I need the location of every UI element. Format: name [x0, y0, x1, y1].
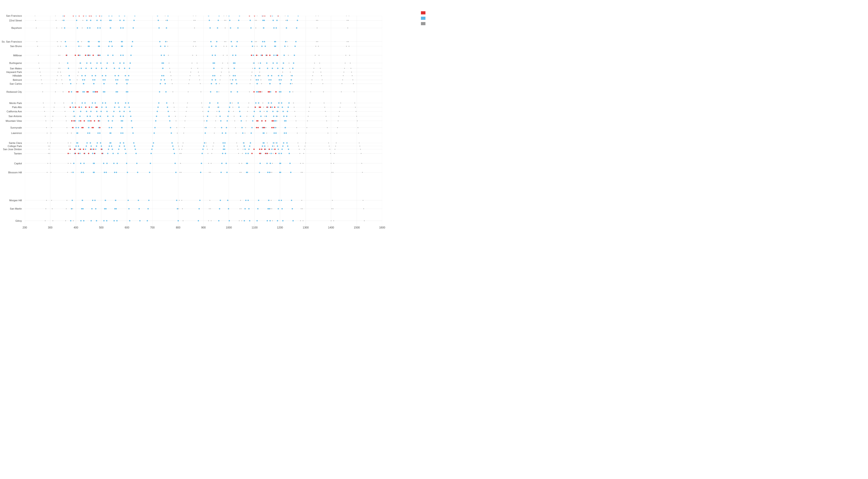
svg-point-84 [52, 121, 53, 121]
svg-point-484 [334, 153, 335, 154]
svg-point-608 [87, 115, 88, 117]
y-label-menlo-park: Menlo Park [9, 102, 22, 104]
svg-point-1135 [274, 127, 276, 128]
svg-point-569 [73, 163, 74, 164]
svg-point-64 [47, 142, 48, 143]
svg-point-753 [119, 68, 120, 69]
svg-point-788 [129, 220, 130, 221]
svg-point-179 [177, 133, 178, 134]
svg-point-970 [228, 111, 229, 112]
svg-point-530 [360, 149, 361, 150]
svg-point-78 [48, 153, 49, 154]
svg-point-771 [116, 83, 117, 84]
svg-point-1130 [270, 153, 272, 154]
svg-point-768 [114, 68, 115, 69]
svg-point-125 [70, 153, 70, 154]
svg-point-374 [277, 121, 277, 121]
svg-point-1307 [271, 127, 273, 128]
y-label-san-francisco: San Francisco [6, 14, 22, 17]
x-label-300: 300 [48, 226, 53, 229]
svg-point-1029 [256, 91, 257, 93]
svg-point-1002 [241, 127, 243, 128]
svg-point-61 [45, 121, 46, 121]
svg-point-1192 [285, 120, 287, 122]
svg-point-212 [192, 55, 193, 56]
svg-point-1036 [261, 45, 262, 47]
svg-point-49 [38, 55, 38, 56]
svg-point-894 [173, 148, 174, 150]
svg-point-481 [332, 200, 333, 201]
svg-point-116 [64, 107, 65, 108]
svg-point-942 [218, 106, 219, 108]
x-axis: 2003004005006007008009001000110012001300… [25, 226, 382, 235]
svg-point-563 [82, 208, 84, 209]
svg-point-647 [100, 20, 102, 21]
svg-point-1290 [261, 148, 262, 150]
svg-point-792 [116, 172, 117, 173]
svg-point-470 [328, 142, 329, 143]
chart-area [25, 16, 382, 226]
svg-point-73 [45, 220, 46, 221]
svg-point-75 [46, 200, 47, 201]
svg-point-968 [226, 120, 228, 122]
svg-point-158 [83, 20, 83, 21]
svg-point-918 [211, 83, 212, 84]
svg-point-1205 [295, 41, 297, 42]
x-label-1300: 1300 [303, 226, 309, 229]
svg-point-1218 [70, 148, 71, 150]
svg-point-583 [84, 79, 85, 80]
svg-point-306 [239, 208, 240, 209]
svg-point-82 [51, 133, 51, 134]
svg-point-703 [111, 20, 112, 21]
svg-point-655 [90, 62, 91, 64]
svg-point-45 [35, 20, 36, 21]
svg-point-877 [160, 45, 161, 47]
svg-point-1052 [257, 91, 258, 93]
svg-point-1260 [96, 106, 98, 108]
svg-point-1249 [88, 153, 89, 154]
svg-point-1133 [273, 142, 274, 144]
svg-point-1180 [292, 220, 294, 221]
svg-point-1101 [265, 45, 266, 47]
svg-point-355 [268, 146, 268, 146]
svg-point-1112 [273, 115, 275, 117]
svg-point-1219 [72, 127, 73, 128]
svg-point-522 [355, 107, 356, 108]
svg-point-1015 [245, 200, 247, 201]
svg-point-912 [206, 120, 208, 122]
svg-point-1145 [282, 68, 283, 69]
svg-point-456 [319, 63, 320, 64]
svg-point-560 [80, 163, 81, 164]
svg-point-323 [250, 79, 251, 80]
svg-point-852 [152, 145, 153, 147]
svg-point-268 [221, 68, 222, 69]
svg-point-969 [227, 115, 229, 117]
svg-point-110 [60, 72, 61, 72]
svg-point-752 [118, 75, 119, 76]
svg-point-231 [201, 103, 202, 104]
svg-point-270 [223, 55, 224, 56]
y-label-so.-san-francisco: So. San Francisco [2, 40, 22, 43]
svg-point-593 [75, 16, 76, 16]
svg-point-620 [96, 220, 97, 221]
svg-point-1287 [264, 148, 266, 150]
svg-point-1023 [251, 127, 253, 128]
y-label-palo-alto: Palo Alto [12, 106, 22, 108]
svg-point-677 [91, 220, 92, 221]
svg-point-646 [99, 27, 101, 29]
svg-point-448 [317, 20, 318, 21]
svg-point-999 [239, 111, 241, 112]
svg-point-1198 [290, 83, 291, 84]
y-label-san-jose-diridon: San Jose Diridon [3, 148, 22, 150]
svg-point-955 [228, 208, 229, 209]
svg-point-818 [119, 20, 121, 21]
svg-point-143 [73, 116, 74, 116]
svg-point-425 [303, 163, 304, 164]
svg-point-782 [124, 148, 126, 150]
svg-point-285 [229, 75, 230, 76]
svg-point-426 [303, 153, 304, 154]
svg-point-1293 [266, 106, 268, 108]
svg-point-755 [120, 55, 121, 56]
svg-point-519 [353, 83, 354, 84]
svg-point-1021 [250, 142, 251, 144]
